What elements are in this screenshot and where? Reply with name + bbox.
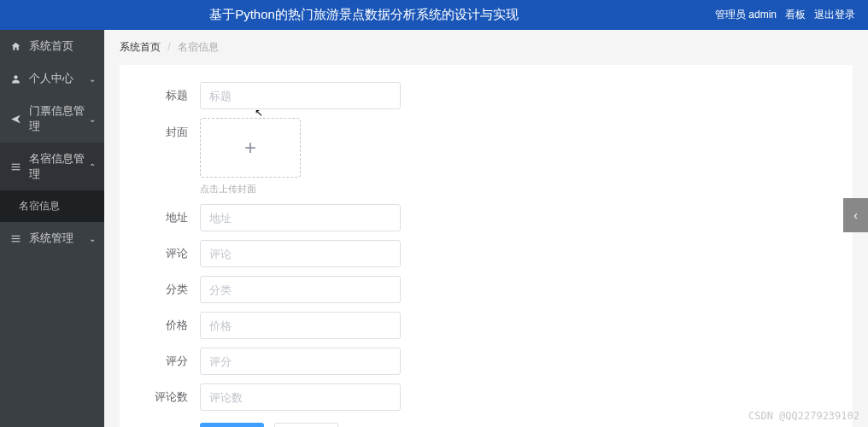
input-comment-count[interactable] — [200, 383, 401, 411]
sidebar-item-label: 个人中心 — [29, 71, 73, 86]
input-address[interactable] — [200, 204, 401, 231]
chevron-down-icon: ⌄ — [89, 74, 96, 84]
form-card: 标题 封面 + 点击上传封面 地址 评论 分类 — [120, 65, 853, 427]
breadcrumb-current: 名宿信息 — [178, 41, 219, 53]
sidebar-item-home[interactable]: 系统首页 — [0, 30, 104, 62]
send-icon — [10, 114, 22, 125]
plus-icon: + — [244, 136, 256, 160]
breadcrumb-separator: / — [167, 41, 170, 53]
input-title[interactable] — [200, 82, 401, 109]
chevron-up-icon: ⌃ — [89, 162, 96, 172]
chevron-down-icon: ⌄ — [89, 114, 96, 124]
label-comment-count: 评论数 — [145, 389, 188, 405]
sidebar-item-tickets[interactable]: 门票信息管理 ⌄ — [0, 95, 104, 143]
svg-rect-5 — [12, 237, 21, 238]
svg-rect-1 — [12, 163, 21, 164]
breadcrumb: 系统首页 / 名宿信息 — [104, 30, 868, 65]
home-icon — [10, 41, 22, 52]
list-icon — [10, 233, 22, 244]
svg-point-0 — [14, 75, 17, 79]
sidebar-item-label: 名宿信息管理 — [29, 151, 94, 182]
sidebar-subitem-homestay-info[interactable]: 名宿信息 — [0, 190, 104, 222]
list-icon — [10, 161, 22, 173]
label-price: 价格 — [145, 318, 188, 333]
input-price[interactable] — [200, 312, 401, 339]
breadcrumb-root[interactable]: 系统首页 — [120, 41, 161, 53]
board-link[interactable]: 看板 — [785, 8, 806, 22]
submit-button[interactable]: 提交 — [200, 423, 264, 427]
label-title: 标题 — [145, 88, 188, 103]
label-category: 分类 — [145, 282, 188, 297]
sidebar: 系统首页 个人中心 ⌄ 门票信息管理 ⌄ 名宿信息管理 ⌃ 名宿信息 系统管理 … — [0, 30, 104, 427]
cancel-button[interactable]: 取消 — [274, 423, 338, 427]
sidebar-item-label: 名宿信息 — [19, 199, 60, 214]
main-content: 系统首页 / 名宿信息 标题 封面 + 点击上传封面 地址 — [104, 30, 868, 427]
svg-rect-2 — [12, 166, 21, 167]
input-comment[interactable] — [200, 240, 401, 267]
upload-hint: 点击上传封面 — [200, 183, 301, 196]
sidebar-item-system[interactable]: 系统管理 ⌄ — [0, 222, 104, 254]
user-icon — [10, 73, 22, 85]
label-comment: 评论 — [145, 246, 188, 261]
upload-cover[interactable]: + — [200, 118, 301, 178]
chevron-down-icon: ⌄ — [89, 234, 96, 243]
top-header: 基于Python的热门旅游景点数据分析系统的设计与实现 管理员 admin 看板… — [0, 0, 868, 30]
label-address: 地址 — [145, 210, 188, 225]
sidebar-item-homestay[interactable]: 名宿信息管理 ⌃ — [0, 143, 104, 190]
input-category[interactable] — [200, 276, 401, 303]
sidebar-item-label: 系统管理 — [29, 231, 73, 246]
watermark: CSDN @QQ2279239102 — [748, 410, 859, 422]
side-panel-toggle[interactable]: ‹ — [843, 198, 868, 232]
input-rating[interactable] — [200, 348, 401, 375]
sidebar-item-label: 门票信息管理 — [29, 103, 94, 134]
svg-rect-4 — [12, 235, 21, 236]
chevron-left-icon: ‹ — [853, 208, 858, 222]
label-cover: 封面 — [145, 118, 188, 140]
sidebar-item-label: 系统首页 — [29, 38, 73, 54]
app-title: 基于Python的热门旅游景点数据分析系统的设计与实现 — [13, 7, 715, 23]
sidebar-item-profile[interactable]: 个人中心 ⌄ — [0, 62, 104, 95]
svg-rect-6 — [12, 241, 21, 242]
header-actions: 管理员 admin 看板 退出登录 — [715, 8, 855, 22]
admin-label[interactable]: 管理员 admin — [715, 8, 777, 22]
logout-link[interactable]: 退出登录 — [814, 8, 855, 22]
svg-rect-3 — [12, 169, 21, 170]
label-rating: 评分 — [145, 354, 188, 369]
